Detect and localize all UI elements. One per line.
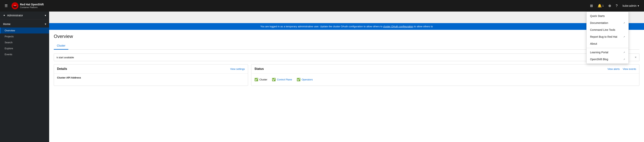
check-circle-icon: ✅ [297, 78, 300, 81]
cards-row: Details View settings Cluster API Addres… [54, 64, 640, 86]
sidebar-section-home-header[interactable]: Home ▾ [0, 21, 49, 28]
report-bug-item[interactable]: Report Bug to Red Hat ↗ [586, 33, 628, 40]
view-alerts-link[interactable]: View alerts [608, 68, 620, 70]
status-control-plane: ✅ Control Plane [272, 78, 292, 81]
sidebar-item-explore[interactable]: Explore [0, 45, 49, 51]
sidebar-item-events[interactable]: Events [0, 51, 49, 57]
external-link-icon: ↗ [623, 58, 625, 61]
apps-grid-button[interactable]: ⊞ [588, 3, 594, 9]
redhat-logo-icon [12, 2, 18, 9]
sidebar-home-section: Home ▾ Overview Projects Search Explore … [0, 20, 49, 59]
view-events-link[interactable]: View events [623, 68, 636, 70]
openshift-blog-label: OpenShift Blog [590, 58, 608, 61]
sidebar-item-overview[interactable]: Overview [0, 28, 49, 34]
status-card: Status View alerts View events ✅ Cluster… [251, 64, 640, 86]
hamburger-icon: ☰ [4, 4, 8, 8]
chevron-down-icon: ▾ [45, 23, 46, 26]
apps-grid-icon: ⊞ [590, 4, 593, 8]
report-bug-label: Report Bug to Red Hat [590, 35, 617, 38]
username-label: kube:admin [623, 4, 636, 7]
alert-banner: You are logged in as a temporary adminis… [49, 23, 644, 30]
cluster-api-label: Cluster API Address [57, 76, 88, 79]
details-card: Details View settings Cluster API Addres… [54, 64, 248, 86]
status-row: ✅ Cluster ✅ Control Plane ✅ Operators [254, 76, 636, 83]
status-card-body: ✅ Cluster ✅ Control Plane ✅ Operators [251, 73, 639, 86]
notifications-button[interactable]: 🔔 1 [596, 3, 605, 9]
external-link-icon: ↗ [623, 36, 625, 38]
page-content: Overview Cluster k start available × Det… [49, 30, 644, 142]
check-circle-icon: ✅ [254, 78, 258, 81]
bell-icon: 🔔 [598, 4, 602, 8]
external-link-icon: ↗ [623, 51, 625, 54]
about-item[interactable]: About [586, 40, 628, 47]
sidebar-section-home-label: Home [3, 23, 10, 26]
quickstart-text: k start available [57, 56, 74, 59]
learning-portal-item[interactable]: Learning Portal ↗ [586, 49, 628, 56]
command-line-tools-item[interactable]: Command Line Tools [586, 26, 628, 33]
topnav-left: ☰ Red Hat OpenShift Container Platform [3, 2, 44, 9]
chevron-down-icon: ▾ [45, 14, 46, 17]
svg-point-2 [14, 5, 16, 7]
details-card-header: Details View settings [54, 64, 248, 73]
topnav: ☰ Red Hat OpenShift Container Platform [0, 0, 644, 12]
quick-starts-item[interactable]: Quick Starts [586, 13, 628, 20]
user-menu-button[interactable]: kube:admin ▾ [621, 3, 641, 9]
status-card-header: Status View alerts View events [251, 64, 639, 73]
add-button[interactable]: ⊕ [607, 3, 613, 9]
sidebar: ✦ Administrator ▾ Home ▾ Overview Projec… [0, 12, 49, 142]
operators-link[interactable]: Operators [302, 78, 313, 81]
dropdown-divider [586, 48, 628, 48]
about-label: About [590, 42, 597, 45]
status-cluster: ✅ Cluster [254, 78, 267, 81]
help-dropdown-menu: Quick Starts Documentation ↗ Command Lin… [586, 12, 629, 64]
plus-icon: ⊕ [608, 4, 611, 8]
sidebar-item-projects[interactable]: Projects [0, 34, 49, 40]
topnav-right: ⊞ 🔔 1 ⊕ ? kube:admin ▾ [588, 3, 641, 9]
quick-starts-label: Quick Starts [590, 15, 605, 18]
sidebar-item-search[interactable]: Search [0, 40, 49, 45]
tab-cluster[interactable]: Cluster [54, 42, 68, 50]
status-operators: ✅ Operators [297, 78, 313, 81]
oauth-config-link[interactable]: cluster OAuth configuration [383, 25, 414, 28]
alert-text: You are logged in as a temporary adminis… [260, 25, 382, 28]
details-card-body: Cluster API Address [54, 73, 248, 83]
view-settings-link[interactable]: View settings [230, 68, 245, 70]
sidebar-role-selector[interactable]: ✦ Administrator ▾ [0, 12, 49, 20]
documentation-label: Documentation [590, 21, 608, 25]
details-card-title: Details [57, 67, 67, 71]
chevron-down-icon: ▾ [638, 4, 639, 7]
check-circle-icon: ✅ [272, 78, 276, 81]
brand: Red Hat OpenShift Container Platform [12, 2, 44, 9]
main-content: You are logged in as a temporary adminis… [49, 23, 644, 142]
cluster-api-row: Cluster API Address [57, 76, 245, 79]
page-tabs: Cluster [54, 42, 640, 50]
brand-product: Red Hat OpenShift [20, 3, 44, 6]
status-card-title: Status [254, 67, 264, 71]
brand-subtitle: Container Platform [20, 6, 44, 9]
question-mark-icon: ? [616, 4, 618, 8]
sidebar-role-label: Administrator [7, 14, 23, 17]
openshift-blog-item[interactable]: OpenShift Blog ↗ [586, 56, 628, 63]
page-title: Overview [54, 34, 640, 39]
learning-portal-label: Learning Portal [590, 51, 608, 54]
external-link-icon: ↗ [623, 22, 625, 24]
hamburger-menu-button[interactable]: ☰ [3, 3, 9, 9]
command-line-tools-label: Command Line Tools [590, 28, 615, 31]
notifications-badge: 1 [602, 5, 604, 7]
quickstart-banner: k start available × [54, 54, 640, 61]
documentation-item[interactable]: Documentation ↗ [586, 20, 628, 26]
quickstart-close-button[interactable]: × [635, 56, 636, 59]
brand-text: Red Hat OpenShift Container Platform [20, 3, 44, 9]
settings-icon: ✦ [3, 14, 6, 17]
cluster-status-label: Cluster [260, 78, 267, 81]
help-button[interactable]: ? [614, 3, 619, 9]
control-plane-link[interactable]: Control Plane [277, 78, 292, 81]
